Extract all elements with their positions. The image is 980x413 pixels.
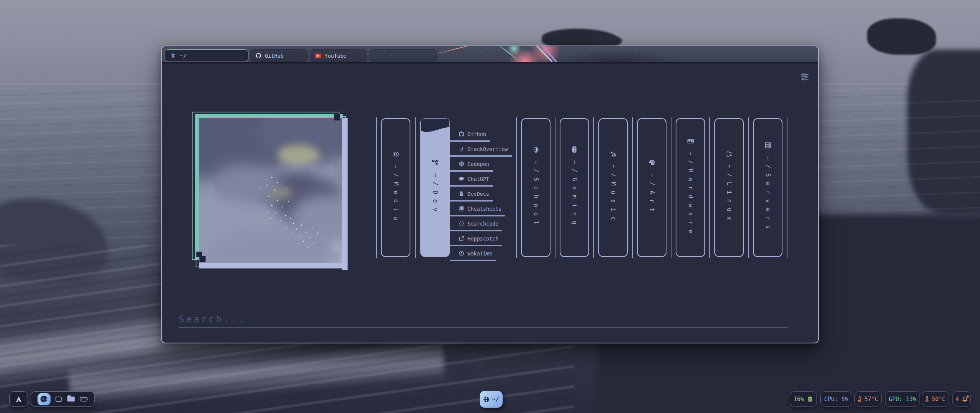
search-bar bbox=[179, 312, 788, 328]
gamepad-icon bbox=[571, 146, 578, 153]
music-note-icon bbox=[609, 150, 617, 158]
tabbar-divider bbox=[162, 62, 818, 63]
notifications-module[interactable]: 4 bbox=[952, 391, 971, 407]
shelf-divider bbox=[415, 117, 416, 258]
tab-label: ~/ bbox=[180, 53, 186, 59]
book-label: ~/Hardware bbox=[687, 151, 694, 238]
frame-corner-handle bbox=[199, 256, 206, 262]
link-label: WakaTime bbox=[467, 250, 492, 257]
book-hardware[interactable]: ~/Hardware bbox=[676, 118, 705, 257]
globe-icon bbox=[483, 396, 490, 403]
search-input[interactable] bbox=[179, 312, 788, 328]
link-cheatsheets[interactable]: Cheatsheets bbox=[450, 205, 505, 216]
penguin-icon bbox=[725, 150, 733, 158]
link-hoppscotch[interactable]: Hoppscotch bbox=[450, 235, 502, 246]
window-icon[interactable] bbox=[54, 395, 63, 403]
shelf-divider bbox=[632, 117, 633, 258]
tab-youtube[interactable]: YouTube bbox=[310, 49, 367, 62]
ram-usage-module[interactable]: 16% bbox=[790, 391, 817, 407]
active-window-button[interactable]: ~/ bbox=[480, 391, 503, 408]
module-text: 4 bbox=[956, 396, 959, 403]
taskbar-dock bbox=[31, 391, 95, 407]
link-github[interactable]: Github bbox=[450, 130, 490, 142]
link-wakatime[interactable]: WakaTime bbox=[450, 250, 496, 261]
link-label: Codepen bbox=[467, 161, 489, 167]
book-label: ~/Gaming bbox=[571, 160, 578, 229]
gamepad-icon[interactable] bbox=[79, 395, 88, 403]
empty-tab-slot[interactable] bbox=[369, 49, 437, 62]
artwork-frame bbox=[192, 112, 350, 272]
link-label: Cheatsheets bbox=[467, 206, 501, 212]
frame-teal-band bbox=[195, 114, 343, 118]
frame-lavender-band bbox=[199, 263, 348, 268]
gpu-temp-module[interactable]: 50°C bbox=[922, 391, 949, 407]
pc-tower-icon bbox=[687, 137, 694, 145]
frame-teal-band bbox=[195, 114, 199, 259]
link-stackoverflow[interactable]: StackOverflow bbox=[450, 145, 512, 157]
request-arrow-icon bbox=[459, 236, 464, 241]
book-label: ~/Music bbox=[609, 164, 617, 225]
shelf-divider bbox=[671, 117, 671, 258]
link-searchcode[interactable]: Searchcode bbox=[450, 220, 502, 231]
tab-label: YouTube bbox=[325, 53, 346, 59]
codepen-icon bbox=[459, 161, 464, 167]
github-icon bbox=[459, 131, 464, 137]
book-art[interactable]: ~/Art bbox=[637, 118, 666, 257]
tab-home[interactable]: ~/ bbox=[165, 49, 248, 62]
thermometer-icon bbox=[925, 396, 929, 402]
browser-logo-icon bbox=[170, 53, 176, 59]
cpu-temp-module[interactable]: 57°C bbox=[854, 391, 882, 407]
shelf-divider bbox=[787, 117, 787, 258]
dev-links-panel: Github StackOverflow Codepen ChatGPT Dev… bbox=[450, 130, 512, 265]
book-school[interactable]: ~/School bbox=[521, 118, 550, 257]
shelf-divider bbox=[516, 117, 517, 258]
tab-github[interactable]: GitHub bbox=[250, 49, 308, 62]
stackoverflow-icon bbox=[459, 146, 464, 152]
folder-icon[interactable] bbox=[67, 395, 75, 403]
link-label: Searchcode bbox=[467, 221, 498, 227]
firefox-icon[interactable] bbox=[38, 393, 51, 405]
link-label: DevDocs bbox=[467, 191, 489, 197]
palette-icon bbox=[648, 159, 655, 166]
server-rack-icon bbox=[764, 141, 771, 149]
book-servers[interactable]: ~/Servers bbox=[753, 118, 782, 257]
wallpaper-rock bbox=[867, 18, 936, 55]
book-gaming[interactable]: ~/Gaming bbox=[560, 118, 589, 257]
thermometer-icon bbox=[858, 396, 861, 402]
link-label: Hoppscotch bbox=[467, 236, 498, 242]
module-text: CPU: 5% bbox=[824, 396, 848, 403]
frame-lavender-band bbox=[342, 118, 348, 270]
page-settings-button[interactable] bbox=[800, 72, 810, 81]
book-linux[interactable]: ~/Linux bbox=[714, 118, 744, 257]
book-label: ~/Linux bbox=[725, 164, 733, 225]
shelf-divider bbox=[709, 117, 710, 258]
book-music[interactable]: ~/Music bbox=[598, 118, 628, 257]
shelf-divider bbox=[376, 117, 377, 258]
book-media[interactable]: ~/Media bbox=[381, 118, 410, 257]
link-label: StackOverflow bbox=[467, 146, 508, 152]
active-window-label: ~/ bbox=[492, 396, 499, 403]
link-chatgpt[interactable]: ChatGPT bbox=[450, 175, 493, 187]
book-label: ~/Servers bbox=[764, 156, 771, 234]
cpu-usage-module[interactable]: CPU: 5% bbox=[820, 391, 852, 407]
link-label: ChatGPT bbox=[467, 176, 489, 182]
tabbar-art-streak bbox=[431, 46, 487, 55]
memory-chip-icon bbox=[807, 396, 813, 402]
gpu-usage-module[interactable]: GPU: 13% bbox=[885, 391, 920, 407]
book-label: ~/Media bbox=[392, 164, 399, 225]
link-codepen[interactable]: Codepen bbox=[450, 160, 493, 172]
book-label: ~/Dev bbox=[431, 173, 439, 216]
app-launcher-button[interactable] bbox=[9, 391, 28, 407]
github-icon bbox=[256, 53, 261, 59]
wallpaper-rock bbox=[595, 35, 622, 47]
chat-bubble-icon bbox=[459, 176, 464, 182]
graduation-cap-icon bbox=[532, 146, 539, 153]
book-dev[interactable]: ~/Dev bbox=[420, 118, 450, 257]
tab-bar: ~/ GitHub YouTube bbox=[162, 46, 818, 63]
document-icon bbox=[459, 191, 464, 197]
media-icon bbox=[392, 150, 399, 158]
link-devdocs[interactable]: DevDocs bbox=[450, 190, 493, 202]
cloud-artwork-image[interactable] bbox=[199, 118, 342, 263]
tabbar-art-streak bbox=[494, 46, 521, 63]
git-branch-icon bbox=[431, 159, 439, 166]
